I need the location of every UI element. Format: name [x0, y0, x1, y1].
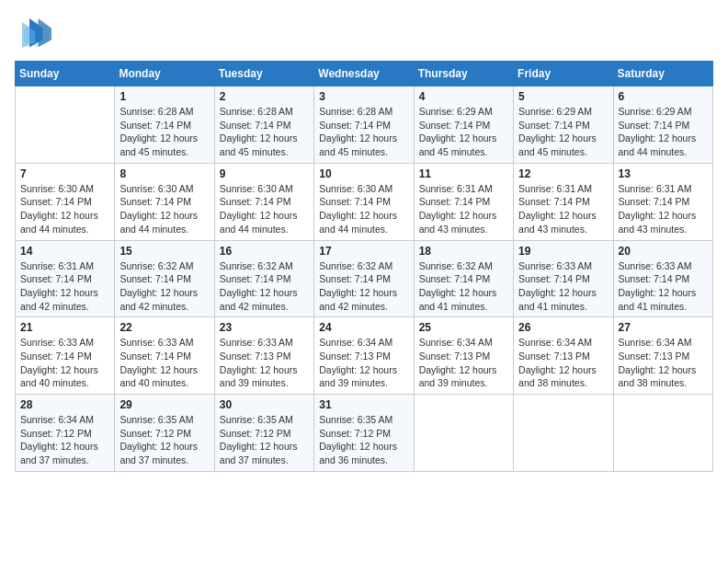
- day-number: 13: [619, 167, 708, 180]
- day-info: Sunrise: 6:28 AMSunset: 7:14 PMDaylight:…: [119, 105, 209, 159]
- day-info: Sunrise: 6:33 AMSunset: 7:13 PMDaylight:…: [220, 336, 309, 390]
- day-info: Sunrise: 6:28 AMSunset: 7:14 PMDaylight:…: [220, 105, 309, 159]
- day-number: 7: [20, 167, 109, 180]
- day-info: Sunrise: 6:32 AMSunset: 7:14 PMDaylight:…: [119, 259, 209, 314]
- day-info: Sunrise: 6:33 AMSunset: 7:14 PMDaylight:…: [119, 336, 209, 390]
- day-info: Sunrise: 6:32 AMSunset: 7:14 PMDaylight:…: [419, 259, 508, 314]
- day-number: 17: [319, 245, 408, 258]
- day-header-saturday: Saturday: [613, 62, 712, 86]
- day-info: Sunrise: 6:33 AMSunset: 7:14 PMDaylight:…: [20, 336, 109, 390]
- calendar-cell: 16Sunrise: 6:32 AMSunset: 7:14 PMDayligh…: [214, 240, 313, 317]
- day-info: Sunrise: 6:34 AMSunset: 7:13 PMDaylight:…: [518, 336, 608, 390]
- day-number: 10: [319, 167, 408, 180]
- day-number: 22: [119, 321, 209, 334]
- day-number: 9: [220, 167, 309, 180]
- calendar-week-row: 1Sunrise: 6:28 AMSunset: 7:14 PMDaylight…: [16, 86, 713, 164]
- calendar-week-row: 21Sunrise: 6:33 AMSunset: 7:14 PMDayligh…: [16, 317, 713, 395]
- calendar-week-row: 14Sunrise: 6:31 AMSunset: 7:14 PMDayligh…: [16, 240, 713, 317]
- day-info: Sunrise: 6:34 AMSunset: 7:13 PMDaylight:…: [319, 336, 408, 390]
- calendar-week-row: 7Sunrise: 6:30 AMSunset: 7:14 PMDaylight…: [16, 163, 713, 240]
- calendar-cell: 18Sunrise: 6:32 AMSunset: 7:14 PMDayligh…: [414, 240, 513, 317]
- calendar-cell: 25Sunrise: 6:34 AMSunset: 7:13 PMDayligh…: [414, 317, 513, 395]
- calendar-cell: 13Sunrise: 6:31 AMSunset: 7:14 PMDayligh…: [613, 163, 712, 240]
- day-number: 3: [319, 90, 408, 103]
- calendar-cell: 15Sunrise: 6:32 AMSunset: 7:14 PMDayligh…: [115, 240, 214, 317]
- day-number: 11: [419, 167, 508, 180]
- day-info: Sunrise: 6:35 AMSunset: 7:12 PMDaylight:…: [119, 413, 209, 467]
- calendar-header-row: SundayMondayTuesdayWednesdayThursdayFrid…: [16, 62, 713, 86]
- day-info: Sunrise: 6:30 AMSunset: 7:14 PMDaylight:…: [119, 182, 209, 236]
- day-number: 26: [518, 321, 608, 334]
- day-info: Sunrise: 6:31 AMSunset: 7:14 PMDaylight:…: [518, 182, 608, 236]
- day-number: 12: [518, 167, 608, 180]
- calendar-cell: 27Sunrise: 6:34 AMSunset: 7:13 PMDayligh…: [613, 317, 712, 395]
- calendar-cell: [414, 395, 513, 472]
- day-info: Sunrise: 6:31 AMSunset: 7:14 PMDaylight:…: [619, 182, 708, 236]
- calendar-cell: 4Sunrise: 6:29 AMSunset: 7:14 PMDaylight…: [414, 86, 513, 164]
- day-info: Sunrise: 6:30 AMSunset: 7:14 PMDaylight:…: [319, 182, 408, 236]
- day-number: 21: [20, 321, 109, 334]
- calendar-cell: 17Sunrise: 6:32 AMSunset: 7:14 PMDayligh…: [314, 240, 414, 317]
- day-number: 6: [619, 90, 708, 103]
- day-number: 16: [220, 245, 309, 258]
- calendar-cell: 24Sunrise: 6:34 AMSunset: 7:13 PMDayligh…: [314, 317, 414, 395]
- calendar-week-row: 28Sunrise: 6:34 AMSunset: 7:12 PMDayligh…: [16, 395, 713, 472]
- logo-icon: [15, 15, 51, 52]
- calendar-cell: 31Sunrise: 6:35 AMSunset: 7:12 PMDayligh…: [314, 395, 414, 472]
- day-info: Sunrise: 6:29 AMSunset: 7:14 PMDaylight:…: [518, 105, 608, 159]
- day-info: Sunrise: 6:34 AMSunset: 7:12 PMDaylight:…: [20, 413, 109, 467]
- calendar-cell: 20Sunrise: 6:33 AMSunset: 7:14 PMDayligh…: [613, 240, 712, 317]
- calendar-cell: 10Sunrise: 6:30 AMSunset: 7:14 PMDayligh…: [314, 163, 414, 240]
- day-info: Sunrise: 6:33 AMSunset: 7:14 PMDaylight:…: [619, 259, 708, 314]
- day-info: Sunrise: 6:33 AMSunset: 7:14 PMDaylight:…: [518, 259, 608, 314]
- day-info: Sunrise: 6:35 AMSunset: 7:12 PMDaylight:…: [319, 413, 408, 467]
- calendar-cell: 11Sunrise: 6:31 AMSunset: 7:14 PMDayligh…: [414, 163, 513, 240]
- day-number: 25: [419, 321, 508, 334]
- day-number: 29: [119, 398, 209, 411]
- page-header: [15, 15, 713, 52]
- calendar-cell: 12Sunrise: 6:31 AMSunset: 7:14 PMDayligh…: [514, 163, 613, 240]
- day-info: Sunrise: 6:32 AMSunset: 7:14 PMDaylight:…: [319, 259, 408, 314]
- calendar-cell: 14Sunrise: 6:31 AMSunset: 7:14 PMDayligh…: [16, 240, 115, 317]
- day-number: 31: [319, 398, 408, 411]
- day-number: 4: [419, 90, 508, 103]
- day-info: Sunrise: 6:34 AMSunset: 7:13 PMDaylight:…: [619, 336, 708, 390]
- calendar-cell: 6Sunrise: 6:29 AMSunset: 7:14 PMDaylight…: [613, 86, 712, 164]
- day-header-friday: Friday: [514, 62, 613, 86]
- calendar-cell: 1Sunrise: 6:28 AMSunset: 7:14 PMDaylight…: [115, 86, 214, 164]
- day-header-wednesday: Wednesday: [314, 62, 414, 86]
- calendar-cell: 3Sunrise: 6:28 AMSunset: 7:14 PMDaylight…: [314, 86, 414, 164]
- day-number: 24: [319, 321, 408, 334]
- calendar-cell: 21Sunrise: 6:33 AMSunset: 7:14 PMDayligh…: [16, 317, 115, 395]
- day-number: 20: [619, 245, 708, 258]
- day-info: Sunrise: 6:30 AMSunset: 7:14 PMDaylight:…: [20, 182, 109, 236]
- calendar-cell: [613, 395, 712, 472]
- day-info: Sunrise: 6:28 AMSunset: 7:14 PMDaylight:…: [319, 105, 408, 159]
- day-header-monday: Monday: [115, 62, 214, 86]
- day-header-thursday: Thursday: [414, 62, 513, 86]
- day-number: 27: [619, 321, 708, 334]
- day-info: Sunrise: 6:32 AMSunset: 7:14 PMDaylight:…: [220, 259, 309, 314]
- calendar-table: SundayMondayTuesdayWednesdayThursdayFrid…: [15, 61, 713, 472]
- day-number: 28: [20, 398, 109, 411]
- day-number: 2: [220, 90, 309, 103]
- day-number: 30: [220, 398, 309, 411]
- day-number: 5: [518, 90, 608, 103]
- calendar-cell: 19Sunrise: 6:33 AMSunset: 7:14 PMDayligh…: [514, 240, 613, 317]
- calendar-cell: 26Sunrise: 6:34 AMSunset: 7:13 PMDayligh…: [514, 317, 613, 395]
- calendar-cell: 8Sunrise: 6:30 AMSunset: 7:14 PMDaylight…: [115, 163, 214, 240]
- day-header-sunday: Sunday: [16, 62, 115, 86]
- day-info: Sunrise: 6:29 AMSunset: 7:14 PMDaylight:…: [619, 105, 708, 159]
- day-number: 23: [220, 321, 309, 334]
- day-header-tuesday: Tuesday: [214, 62, 313, 86]
- day-info: Sunrise: 6:35 AMSunset: 7:12 PMDaylight:…: [220, 413, 309, 467]
- day-info: Sunrise: 6:29 AMSunset: 7:14 PMDaylight:…: [419, 105, 508, 159]
- calendar-cell: 9Sunrise: 6:30 AMSunset: 7:14 PMDaylight…: [214, 163, 313, 240]
- day-number: 19: [518, 245, 608, 258]
- calendar-cell: 2Sunrise: 6:28 AMSunset: 7:14 PMDaylight…: [214, 86, 313, 164]
- calendar-cell: [16, 86, 115, 164]
- day-number: 1: [119, 90, 209, 103]
- day-number: 14: [20, 245, 109, 258]
- calendar-cell: 22Sunrise: 6:33 AMSunset: 7:14 PMDayligh…: [115, 317, 214, 395]
- logo: [15, 15, 53, 52]
